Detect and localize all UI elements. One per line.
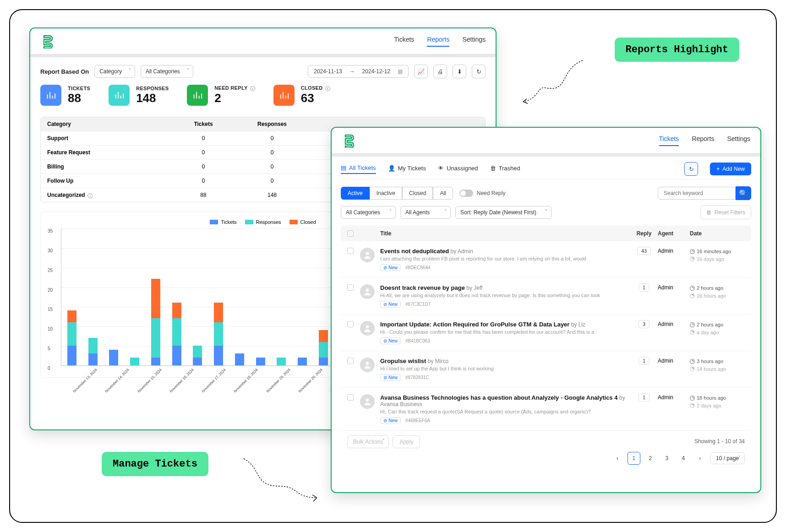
need-reply-toggle[interactable]: Need Reply xyxy=(459,190,506,197)
calendar-icon: ▦ xyxy=(398,68,403,75)
ticket-hash: #B41BC063 xyxy=(405,338,430,343)
legend-item[interactable]: Responses xyxy=(245,219,281,225)
bar-chart-icon xyxy=(109,85,130,106)
check-icon: ⊘ xyxy=(383,418,387,423)
ticket-row[interactable]: Gropulse wislist by Mirco Hi I tried to … xyxy=(341,351,751,388)
date-range-picker[interactable]: 2024-11-13 → 2024-12-12 ▦ xyxy=(308,65,409,78)
cell-responses: 0 xyxy=(238,131,306,145)
clock-icon xyxy=(690,359,695,364)
ticket-row[interactable]: Events not deduplicated by Admin I am at… xyxy=(341,241,751,278)
ticket-excerpt: I am attaching the problem FB pixel is r… xyxy=(380,256,605,261)
bar-chart-icon xyxy=(40,85,61,106)
tab-reports[interactable]: Reports xyxy=(427,36,449,47)
per-page-select[interactable]: 10 / page xyxy=(710,452,745,464)
refresh-icon[interactable]: ↻ xyxy=(472,65,486,78)
filter-categories[interactable]: All Categories xyxy=(341,206,396,219)
cell-tickets: 0 xyxy=(169,146,238,159)
tab-reports[interactable]: Reports xyxy=(692,135,714,146)
avatar xyxy=(360,358,375,372)
stats-row: TICKETS88 RESPONSES148 NEED REPLY i2 CLO… xyxy=(40,85,486,106)
xtick: November 18, 2024 xyxy=(231,366,259,393)
avatar xyxy=(360,394,375,409)
search-button[interactable]: 🔍 xyxy=(736,186,751,200)
tab-tickets[interactable]: Tickets xyxy=(659,135,679,146)
ticket-row[interactable]: Important Update: Action Required for Gr… xyxy=(341,315,751,351)
ticket-excerpt: Hi - Could you please confirm for me tha… xyxy=(380,329,605,335)
page-next[interactable]: › xyxy=(693,452,706,465)
refresh-button[interactable]: ↻ xyxy=(684,162,698,176)
cell-responses: 0 xyxy=(238,160,306,174)
pill-closed[interactable]: Closed xyxy=(402,187,433,200)
bulk-actions-select[interactable]: Bulk Actions xyxy=(347,435,389,448)
page-4[interactable]: 4 xyxy=(677,452,690,465)
xtick: November 17, 2024 xyxy=(199,366,227,393)
subtab-all[interactable]: ▤All Tickets xyxy=(341,164,376,174)
row-checkbox[interactable] xyxy=(347,284,354,291)
row-checkbox[interactable] xyxy=(347,321,354,327)
bar-column xyxy=(208,303,229,365)
legend-item[interactable]: Tickets xyxy=(210,219,236,225)
filter-sort[interactable]: Sort: Reply Date (Newest First) xyxy=(455,206,551,219)
add-new-button[interactable]: +Add New xyxy=(710,163,751,175)
ticket-row[interactable]: Doesnt track revenue by page by Jeff Hi … xyxy=(341,278,751,315)
legend-label: Tickets xyxy=(221,219,236,225)
bar-column xyxy=(250,358,271,365)
row-checkbox[interactable] xyxy=(347,248,354,254)
page-2[interactable]: 2 xyxy=(644,452,657,465)
ticket-excerpt: Hi All, we are using analyzely but it do… xyxy=(380,293,605,298)
clock-icon xyxy=(690,322,695,327)
reset-filters-button[interactable]: 🗑Reset Filters xyxy=(700,206,751,219)
app-logo xyxy=(40,34,55,49)
page-3[interactable]: 3 xyxy=(660,452,673,465)
clock-icon xyxy=(690,396,695,401)
bar-segment xyxy=(151,358,160,365)
status-badge: ⊘ New xyxy=(380,301,401,308)
bar-column xyxy=(187,346,208,365)
subtab-my[interactable]: 👤My Tickets xyxy=(388,165,426,174)
outer-frame: Tickets Reports Settings Report Based On… xyxy=(9,9,777,523)
pill-all[interactable]: All xyxy=(433,187,453,200)
tab-settings[interactable]: Settings xyxy=(462,36,486,47)
svg-point-4 xyxy=(366,398,369,402)
pill-inactive[interactable]: Inactive xyxy=(370,187,402,200)
info-icon[interactable]: i xyxy=(250,86,255,91)
row-checkbox[interactable] xyxy=(347,358,354,364)
svg-point-1 xyxy=(366,288,369,292)
subtab-unassigned[interactable]: 👁Unassigned xyxy=(438,165,478,174)
avatar xyxy=(360,248,375,262)
row-checkbox[interactable] xyxy=(347,394,354,401)
svg-point-3 xyxy=(366,362,369,365)
filter-agents[interactable]: All Agents xyxy=(400,206,451,219)
apply-button[interactable]: Apply xyxy=(393,435,420,448)
legend-item[interactable]: Closed xyxy=(289,219,316,225)
ticket-hash: #67C3C1D7 xyxy=(405,302,431,307)
pill-active[interactable]: Active xyxy=(341,187,370,200)
tab-tickets[interactable]: Tickets xyxy=(394,36,415,47)
category-select[interactable]: All Categories xyxy=(141,65,193,78)
tab-settings[interactable]: Settings xyxy=(727,135,750,146)
legend-swatch xyxy=(245,220,253,224)
page-1[interactable]: 1 xyxy=(628,452,640,465)
tickets-nav: Tickets Reports Settings xyxy=(332,128,760,154)
stat-closed: CLOSED i63 xyxy=(273,85,330,106)
print-icon[interactable]: 🖨 xyxy=(433,65,447,78)
bar-column xyxy=(124,358,145,365)
filter-bar: All Categories All Agents Sort: Reply Da… xyxy=(341,206,751,219)
ticket-row[interactable]: Avansa Business Technologies has a quest… xyxy=(341,388,751,431)
callout-tickets: Manage Tickets xyxy=(102,452,208,476)
select-all-checkbox[interactable] xyxy=(347,230,354,237)
chart-icon[interactable]: 📈 xyxy=(414,65,428,78)
info-icon[interactable]: i xyxy=(325,86,330,91)
tickets-body: ▤All Tickets 👤My Tickets 👁Unassigned 🗑Tr… xyxy=(332,157,760,477)
status-badge: ⊘ New xyxy=(380,417,401,424)
basis-select[interactable]: Category xyxy=(94,65,135,78)
search-input[interactable] xyxy=(658,187,736,200)
ytick: 30 xyxy=(48,248,53,253)
subtab-trashed[interactable]: 🗑Trashed xyxy=(490,165,520,174)
download-icon[interactable]: ⬇ xyxy=(453,65,466,78)
ticket-author: by Admin xyxy=(451,248,473,255)
info-icon[interactable]: i xyxy=(87,193,93,198)
bar-column xyxy=(229,353,250,365)
page-prev[interactable]: ‹ xyxy=(611,452,624,465)
ytick: 35 xyxy=(48,228,53,233)
